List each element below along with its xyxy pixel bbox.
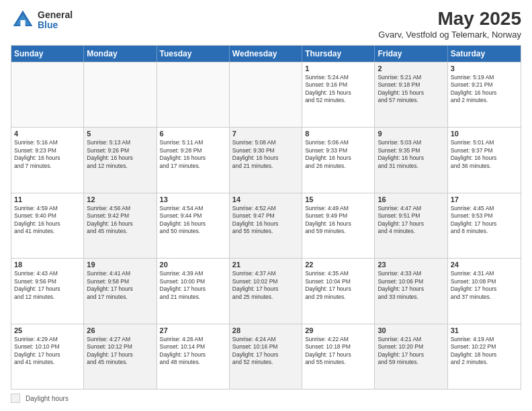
cal-cell-1-5: 9Sunrise: 5:03 AM Sunset: 9:35 PM Daylig… bbox=[375, 128, 447, 192]
cell-text: Sunrise: 4:19 AM Sunset: 10:22 PM Daylig… bbox=[451, 336, 497, 365]
header-day-sunday: Sunday bbox=[11, 46, 84, 62]
day-number: 23 bbox=[378, 261, 444, 269]
cal-cell-3-6: 24Sunrise: 4:31 AM Sunset: 10:08 PM Dayl… bbox=[448, 259, 521, 323]
cal-cell-1-3: 7Sunrise: 5:08 AM Sunset: 9:30 PM Daylig… bbox=[230, 128, 302, 192]
calendar-row-0: 1Sunrise: 5:24 AM Sunset: 9:16 PM Daylig… bbox=[11, 62, 521, 127]
cal-cell-2-4: 15Sunrise: 4:49 AM Sunset: 9:49 PM Dayli… bbox=[302, 193, 375, 258]
cell-text: Sunrise: 4:49 AM Sunset: 9:49 PM Dayligh… bbox=[305, 205, 351, 234]
cal-cell-0-1 bbox=[84, 62, 157, 127]
day-number: 17 bbox=[451, 195, 518, 203]
cal-cell-3-5: 23Sunrise: 4:33 AM Sunset: 10:06 PM Dayl… bbox=[375, 259, 447, 323]
cal-cell-2-2: 13Sunrise: 4:54 AM Sunset: 9:44 PM Dayli… bbox=[157, 193, 230, 258]
cal-cell-4-3: 28Sunrise: 4:24 AM Sunset: 10:16 PM Dayl… bbox=[230, 324, 302, 389]
header-day-tuesday: Tuesday bbox=[157, 46, 230, 62]
cal-cell-4-4: 29Sunrise: 4:22 AM Sunset: 10:18 PM Dayl… bbox=[302, 324, 375, 389]
cell-text: Sunrise: 5:03 AM Sunset: 9:35 PM Dayligh… bbox=[378, 139, 424, 169]
day-number: 1 bbox=[305, 64, 371, 73]
cell-text: Sunrise: 4:33 AM Sunset: 10:06 PM Daylig… bbox=[378, 270, 424, 300]
header-day-monday: Monday bbox=[84, 46, 157, 62]
day-number: 13 bbox=[160, 195, 226, 203]
cal-cell-4-6: 31Sunrise: 4:19 AM Sunset: 10:22 PM Dayl… bbox=[448, 324, 521, 389]
cal-cell-0-6: 3Sunrise: 5:19 AM Sunset: 9:21 PM Daylig… bbox=[448, 62, 521, 127]
cal-cell-0-3 bbox=[230, 62, 302, 127]
cell-text: Sunrise: 4:59 AM Sunset: 9:40 PM Dayligh… bbox=[14, 205, 60, 234]
cell-text: Sunrise: 4:37 AM Sunset: 10:02 PM Daylig… bbox=[232, 270, 279, 300]
header-day-thursday: Thursday bbox=[302, 46, 375, 62]
cal-cell-0-2 bbox=[157, 62, 230, 127]
header: General Blue May 2025 Gvarv, Vestfold og… bbox=[11, 8, 521, 40]
calendar: SundayMondayTuesdayWednesdayThursdayFrid… bbox=[11, 45, 521, 390]
logo-blue: Blue bbox=[38, 20, 73, 30]
cell-text: Sunrise: 5:08 AM Sunset: 9:30 PM Dayligh… bbox=[232, 139, 279, 169]
cal-cell-1-4: 8Sunrise: 5:06 AM Sunset: 9:33 PM Daylig… bbox=[302, 128, 375, 192]
cell-text: Sunrise: 5:01 AM Sunset: 9:37 PM Dayligh… bbox=[451, 139, 497, 169]
cell-text: Sunrise: 4:24 AM Sunset: 10:16 PM Daylig… bbox=[232, 336, 279, 365]
day-number: 25 bbox=[14, 326, 81, 334]
cal-cell-4-0: 25Sunrise: 4:29 AM Sunset: 10:10 PM Dayl… bbox=[11, 324, 84, 389]
cell-text: Sunrise: 4:54 AM Sunset: 9:44 PM Dayligh… bbox=[160, 205, 206, 234]
cal-cell-2-6: 17Sunrise: 4:45 AM Sunset: 9:53 PM Dayli… bbox=[448, 193, 521, 258]
page: General Blue May 2025 Gvarv, Vestfold og… bbox=[0, 0, 532, 411]
day-number: 20 bbox=[160, 261, 226, 269]
header-day-friday: Friday bbox=[375, 46, 447, 62]
cell-text: Sunrise: 5:19 AM Sunset: 9:21 PM Dayligh… bbox=[451, 74, 497, 103]
location: Gvarv, Vestfold og Telemark, Norway bbox=[378, 30, 521, 40]
day-number: 2 bbox=[378, 64, 444, 73]
day-number: 16 bbox=[378, 195, 444, 203]
header-day-saturday: Saturday bbox=[448, 46, 521, 62]
cell-text: Sunrise: 5:06 AM Sunset: 9:33 PM Dayligh… bbox=[305, 139, 351, 169]
cell-text: Sunrise: 4:27 AM Sunset: 10:12 PM Daylig… bbox=[87, 336, 133, 365]
cell-text: Sunrise: 4:45 AM Sunset: 9:53 PM Dayligh… bbox=[451, 205, 497, 234]
title-area: May 2025 Gvarv, Vestfold og Telemark, No… bbox=[378, 8, 521, 40]
calendar-row-3: 18Sunrise: 4:43 AM Sunset: 9:56 PM Dayli… bbox=[11, 258, 521, 323]
day-number: 27 bbox=[160, 326, 226, 334]
cell-text: Sunrise: 4:47 AM Sunset: 9:51 PM Dayligh… bbox=[378, 205, 424, 234]
cal-cell-1-0: 4Sunrise: 5:16 AM Sunset: 9:23 PM Daylig… bbox=[11, 128, 84, 192]
footer: Daylight hours bbox=[11, 394, 521, 403]
cell-text: Sunrise: 4:41 AM Sunset: 9:58 PM Dayligh… bbox=[87, 270, 133, 300]
legend-label: Daylight hours bbox=[26, 395, 69, 402]
cell-text: Sunrise: 4:21 AM Sunset: 10:20 PM Daylig… bbox=[378, 336, 424, 365]
day-number: 7 bbox=[232, 130, 299, 138]
logo-icon bbox=[11, 8, 35, 32]
day-number: 11 bbox=[14, 195, 81, 203]
cell-text: Sunrise: 5:21 AM Sunset: 9:18 PM Dayligh… bbox=[378, 74, 424, 103]
cal-cell-2-1: 12Sunrise: 4:56 AM Sunset: 9:42 PM Dayli… bbox=[84, 193, 157, 258]
cal-cell-3-3: 21Sunrise: 4:37 AM Sunset: 10:02 PM Dayl… bbox=[230, 259, 302, 323]
svg-rect-2 bbox=[20, 20, 25, 26]
cell-text: Sunrise: 5:11 AM Sunset: 9:28 PM Dayligh… bbox=[160, 139, 206, 169]
day-number: 18 bbox=[14, 261, 81, 269]
day-number: 19 bbox=[87, 261, 153, 269]
cal-cell-3-4: 22Sunrise: 4:35 AM Sunset: 10:04 PM Dayl… bbox=[302, 259, 375, 323]
cal-cell-3-2: 20Sunrise: 4:39 AM Sunset: 10:00 PM Dayl… bbox=[157, 259, 230, 323]
cell-text: Sunrise: 4:29 AM Sunset: 10:10 PM Daylig… bbox=[14, 336, 60, 365]
cal-cell-2-3: 14Sunrise: 4:52 AM Sunset: 9:47 PM Dayli… bbox=[230, 193, 302, 258]
cell-text: Sunrise: 4:31 AM Sunset: 10:08 PM Daylig… bbox=[451, 270, 497, 300]
day-number: 31 bbox=[451, 326, 518, 334]
day-number: 26 bbox=[87, 326, 153, 334]
cal-cell-0-0 bbox=[11, 62, 84, 127]
cell-text: Sunrise: 4:43 AM Sunset: 9:56 PM Dayligh… bbox=[14, 270, 60, 300]
day-number: 5 bbox=[87, 130, 153, 138]
logo: General Blue bbox=[11, 8, 73, 32]
cal-cell-4-2: 27Sunrise: 4:26 AM Sunset: 10:14 PM Dayl… bbox=[157, 324, 230, 389]
day-number: 14 bbox=[232, 195, 299, 203]
cell-text: Sunrise: 4:52 AM Sunset: 9:47 PM Dayligh… bbox=[232, 205, 279, 234]
day-number: 12 bbox=[87, 195, 153, 203]
day-number: 24 bbox=[451, 261, 518, 269]
cell-text: Sunrise: 4:39 AM Sunset: 10:00 PM Daylig… bbox=[160, 270, 206, 300]
cal-cell-2-5: 16Sunrise: 4:47 AM Sunset: 9:51 PM Dayli… bbox=[375, 193, 447, 258]
cell-text: Sunrise: 4:26 AM Sunset: 10:14 PM Daylig… bbox=[160, 336, 206, 365]
day-number: 3 bbox=[451, 64, 518, 73]
cell-text: Sunrise: 4:56 AM Sunset: 9:42 PM Dayligh… bbox=[87, 205, 133, 234]
cell-text: Sunrise: 5:13 AM Sunset: 9:26 PM Dayligh… bbox=[87, 139, 133, 169]
logo-general: General bbox=[38, 10, 73, 20]
cal-cell-1-2: 6Sunrise: 5:11 AM Sunset: 9:28 PM Daylig… bbox=[157, 128, 230, 192]
calendar-row-1: 4Sunrise: 5:16 AM Sunset: 9:23 PM Daylig… bbox=[11, 127, 521, 192]
day-number: 9 bbox=[378, 130, 444, 138]
calendar-row-2: 11Sunrise: 4:59 AM Sunset: 9:40 PM Dayli… bbox=[11, 193, 521, 258]
cal-cell-4-5: 30Sunrise: 4:21 AM Sunset: 10:20 PM Dayl… bbox=[375, 324, 447, 389]
day-number: 22 bbox=[305, 261, 371, 269]
cal-cell-3-0: 18Sunrise: 4:43 AM Sunset: 9:56 PM Dayli… bbox=[11, 259, 84, 323]
calendar-header: SundayMondayTuesdayWednesdayThursdayFrid… bbox=[11, 46, 521, 62]
